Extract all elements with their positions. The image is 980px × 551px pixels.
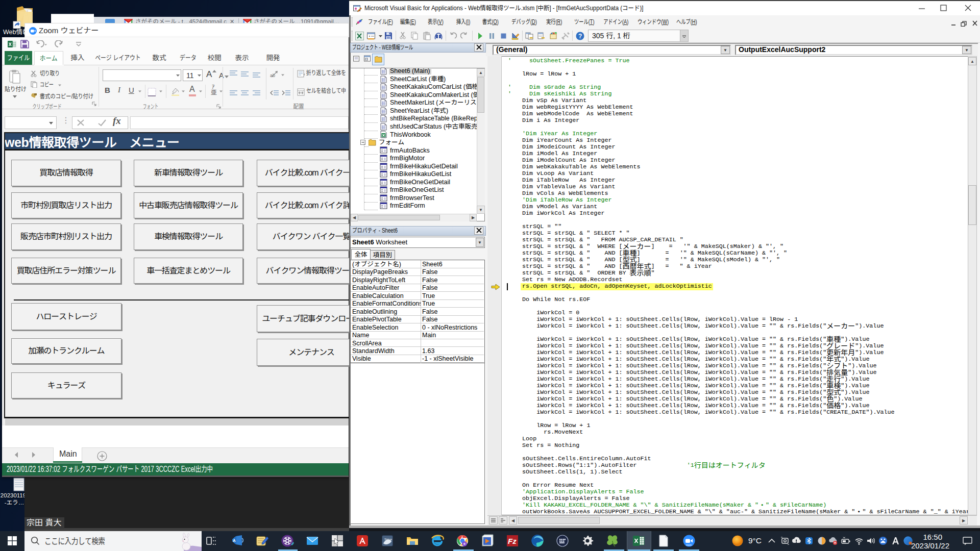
- svg-text:Fz: Fz: [508, 537, 517, 545]
- svg-text:A: A: [233, 538, 236, 543]
- svg-text:zoom: zoom: [686, 544, 692, 546]
- svg-text:?: ?: [578, 33, 582, 40]
- svg-text:ab: ab: [270, 73, 275, 78]
- svg-text:Sirius: Sirius: [384, 538, 392, 541]
